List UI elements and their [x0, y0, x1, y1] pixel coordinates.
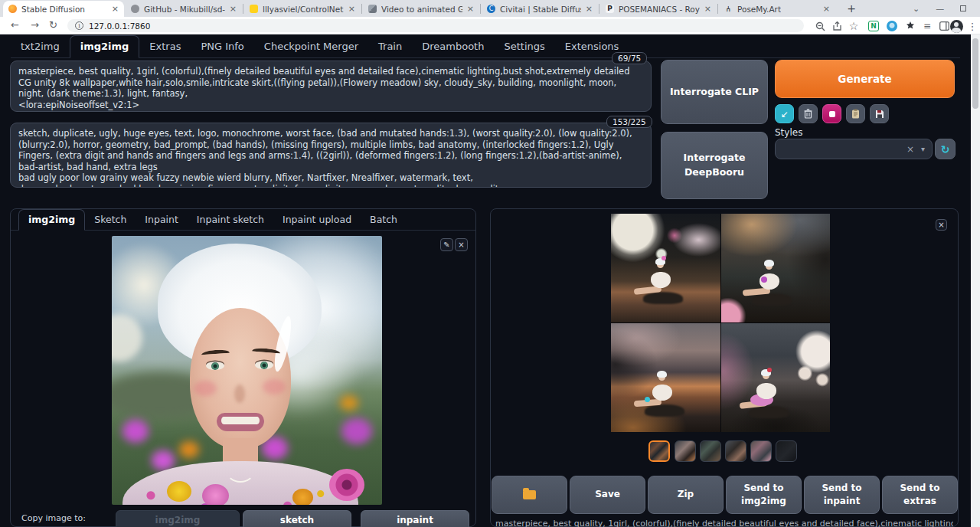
tab-train[interactable]: Train [368, 36, 412, 57]
browser-tab-gif-converter[interactable]: Video to animated GIF converter × [363, 1, 479, 17]
paste-generation-params-button[interactable]: ↙ [775, 104, 794, 123]
tab-dreambooth[interactable]: Dreambooth [412, 36, 494, 57]
clear-prompt-button[interactable] [799, 104, 818, 123]
tab-title: Stable Diffusion [21, 5, 85, 14]
new-tab-button[interactable]: + [844, 2, 859, 17]
img2img-panel: img2img Sketch Inpaint Inpaint sketch In… [10, 208, 476, 527]
share-icon[interactable] [830, 19, 844, 33]
send-to-img2img-button[interactable]: Send to img2img [726, 476, 802, 514]
tab-extras[interactable]: Extras [139, 36, 191, 57]
prompt-token-counter: 69/75 [612, 52, 647, 64]
tab-settings[interactable]: Settings [494, 36, 554, 57]
minimize-icon[interactable]: — [936, 4, 944, 14]
save-button[interactable]: Save [570, 476, 645, 514]
open-folder-button[interactable] [492, 476, 567, 514]
tab-search-chevron-icon[interactable]: ⌄ [913, 4, 920, 14]
browser-tab-posemaniacs[interactable]: P POSEMANIACS - Royalty free 3 × [600, 1, 717, 17]
extension-pin-icon[interactable] [903, 19, 917, 33]
stable-diffusion-webui: txt2img img2img Extras PNG Info Checkpoi… [0, 34, 971, 527]
back-icon[interactable]: ← [11, 18, 19, 32]
browser-tab-strip: Stable Diffusion × GitHub - Mikubill/sd-… [0, 0, 980, 17]
negative-prompt-input[interactable]: sketch, duplicate, ugly, huge eyes, text… [10, 123, 652, 188]
interrogate-clip-button[interactable]: Interrogate CLIP [661, 60, 768, 124]
address-bar[interactable]: i 127.0.0.1:7860 [67, 19, 804, 32]
gallery-thumb-1-selected[interactable] [648, 440, 670, 462]
gif-converter-favicon [368, 5, 377, 13]
page-scrollbar-thumb[interactable] [972, 38, 978, 109]
maximize-icon[interactable] [960, 5, 966, 11]
reading-list-icon[interactable]: ≡ [920, 19, 934, 33]
browser-menu-dots-icon[interactable]: ⋮ [965, 19, 979, 33]
tab-txt2img[interactable]: txt2img [11, 36, 70, 57]
clear-styles-icon[interactable]: × [906, 144, 914, 155]
folder-icon [523, 490, 536, 499]
tab-close-icon[interactable]: × [586, 5, 593, 13]
extension-blue-circle-icon[interactable] [885, 19, 899, 33]
tab-img2img[interactable]: img2img [70, 35, 140, 58]
tab-close-icon[interactable]: × [467, 5, 474, 13]
result-image-2 [721, 214, 831, 322]
gallery-thumb-6[interactable] [776, 440, 797, 462]
zip-button[interactable]: Zip [648, 476, 724, 514]
negative-prompt-token-counter: 153/225 [606, 116, 652, 128]
img2img-source-image[interactable] [112, 236, 382, 505]
site-info-icon[interactable]: i [75, 21, 83, 30]
browser-tab-controlnet[interactable]: lllyasviel/ControlNet at main × [244, 1, 361, 17]
gallery-thumb-2[interactable] [675, 440, 696, 462]
tab-inpaint-mode[interactable]: Inpaint [136, 210, 188, 230]
browser-tab-civitai[interactable]: C Civitai | Stable Diffusion model × [482, 1, 598, 17]
apply-style-button[interactable] [846, 104, 865, 123]
copy-to-sketch-button[interactable]: sketch [243, 510, 351, 527]
result-image-3 [611, 323, 720, 432]
clipboard-icon [851, 109, 860, 119]
gallery-thumb-4[interactable] [725, 440, 746, 462]
bookmark-star-icon[interactable]: ☆ [847, 19, 861, 33]
tab-checkpoint-merger[interactable]: Checkpoint Merger [254, 36, 368, 57]
styles-dropdown[interactable]: × ▾ [775, 139, 933, 159]
posemyart-favicon: ⑃ [724, 5, 733, 13]
tab-close-icon[interactable]: × [112, 5, 119, 13]
chevron-down-icon[interactable]: ▾ [921, 145, 925, 153]
screen: Stable Diffusion × GitHub - Mikubill/sd-… [0, 0, 980, 527]
forward-icon[interactable]: → [31, 18, 39, 32]
browser-tab-github[interactable]: GitHub - Mikubill/sd-webui-con × [126, 1, 242, 17]
extra-networks-button[interactable] [822, 104, 841, 123]
browser-tab-stable-diffusion[interactable]: Stable Diffusion × [3, 1, 124, 17]
result-image-grid[interactable] [611, 214, 830, 432]
tab-img2img-mode[interactable]: img2img [18, 209, 85, 231]
extra-networks-card-icon [829, 111, 835, 117]
zoom-icon[interactable] [813, 19, 827, 33]
refresh-icon: ↻ [941, 143, 950, 155]
extension-n-icon[interactable]: N [867, 19, 880, 33]
copy-to-inpaint-button[interactable]: inpaint [361, 510, 469, 527]
tab-close-icon[interactable]: × [230, 5, 237, 13]
tab-png-info[interactable]: PNG Info [191, 36, 253, 57]
refresh-styles-button[interactable]: ↻ [935, 139, 956, 159]
interrogate-deepbooru-button[interactable]: Interrogate DeepBooru [661, 132, 768, 199]
tab-inpaint-sketch-mode[interactable]: Inpaint sketch [188, 210, 273, 230]
tab-close-icon[interactable]: × [823, 5, 830, 13]
tab-close-icon[interactable]: × [704, 5, 711, 13]
posemaniacs-favicon: P [606, 5, 614, 13]
gallery-thumb-5[interactable] [750, 440, 772, 462]
remove-image-button[interactable]: × [455, 238, 468, 251]
browser-tab-posemyart[interactable]: ⑃ PoseMy.Art × [719, 1, 835, 17]
save-style-button[interactable] [870, 104, 889, 123]
tab-batch-mode[interactable]: Batch [361, 210, 407, 230]
tab-sketch-mode[interactable]: Sketch [85, 210, 136, 230]
copy-to-img2img-button: img2img [116, 510, 240, 527]
send-to-extras-button[interactable]: Send to extras [882, 476, 958, 514]
gallery-thumb-3[interactable] [700, 440, 721, 462]
pencil-icon: ✎ [443, 241, 449, 249]
generate-button[interactable]: Generate [775, 60, 955, 98]
result-image-1 [611, 214, 720, 322]
profile-avatar[interactable] [949, 19, 963, 33]
huggingface-favicon [250, 5, 258, 13]
tab-close-icon[interactable]: × [348, 5, 355, 13]
reload-icon[interactable]: ↻ [49, 18, 57, 32]
edit-image-button[interactable]: ✎ [440, 238, 453, 251]
close-gallery-button[interactable]: × [936, 219, 947, 231]
tab-inpaint-upload-mode[interactable]: Inpaint upload [273, 210, 361, 230]
send-to-inpaint-button[interactable]: Send to inpaint [804, 476, 880, 514]
prompt-input[interactable]: masterpiece, best quality, 1girl, (color… [10, 61, 652, 112]
